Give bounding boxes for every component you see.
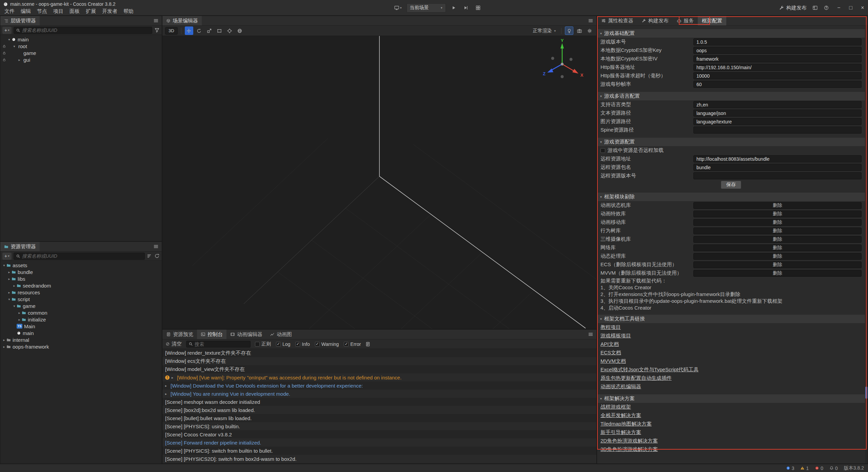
lighting-toggle-button[interactable] [565, 26, 573, 35]
link-战棋游戏框架[interactable]: 战棋游戏框架 [600, 404, 631, 410]
menu-item-节点[interactable]: 节点 [34, 7, 50, 15]
log-row[interactable]: [Scene] Cocos Creator v3.8.2 [162, 430, 596, 438]
coordinate-toggle-button[interactable] [236, 26, 244, 35]
log-row[interactable]: [Scene] Forward render pipeline initiali… [162, 438, 596, 447]
add-asset-button[interactable]: +▾ [2, 253, 12, 260]
console-search-input[interactable] [195, 341, 248, 347]
module-delete-button[interactable]: 删除 [693, 253, 862, 260]
inspector-scrollbar[interactable] [865, 26, 868, 464]
module-delete-button[interactable]: 删除 [693, 261, 862, 268]
link-2D角色扮演游戏解决方案[interactable]: 2D角色扮演游戏解决方案 [600, 438, 658, 444]
caret-closed-icon[interactable]: ▸ [17, 311, 22, 315]
layout-grid-button[interactable] [474, 3, 482, 12]
caret-closed-icon[interactable]: ▸ [2, 338, 6, 342]
link-动画状态机编辑器[interactable]: 动画状态机编辑器 [600, 383, 641, 390]
expand-caret-icon[interactable]: ▸ [165, 392, 169, 396]
assets-search-input[interactable] [22, 253, 142, 259]
checkbox-icon[interactable]: ✓ [315, 342, 320, 347]
field-input-支持语言类型[interactable] [693, 101, 862, 108]
play-button[interactable] [449, 3, 458, 12]
field-input-远程资源包名[interactable] [693, 164, 862, 171]
tree-row[interactable]: ▾game [0, 302, 162, 309]
pivot-toggle-button[interactable] [225, 26, 234, 35]
tree-row[interactable]: ▾assets [0, 262, 162, 269]
tree-row[interactable]: TSMain [0, 323, 162, 330]
caret-closed-icon[interactable]: ▸ [7, 270, 12, 274]
hierarchy-tab[interactable]: 层级管理器 [0, 16, 40, 25]
hierarchy-search-input[interactable] [22, 27, 150, 33]
tree-row[interactable]: ▸bundle [0, 269, 162, 275]
link-Tiledmap地图解决方案[interactable]: Tiledmap地图解决方案 [600, 421, 652, 427]
caret-closed-icon[interactable]: ▸ [2, 345, 6, 349]
checkbox-icon[interactable] [600, 148, 605, 153]
caret-open-icon[interactable]: ▾ [7, 38, 12, 41]
axis-gizmo[interactable]: Y X Z [537, 39, 588, 90]
section-header-游戏资源配置[interactable]: ▾游戏资源配置 [597, 138, 865, 146]
field-input-远程资源地址[interactable] [693, 155, 862, 162]
tree-row[interactable]: ▸initialize [0, 316, 162, 323]
field-input-Http服务器地址[interactable] [693, 64, 862, 71]
console-tab-控制台[interactable]: 控制台 [197, 330, 226, 339]
scene-tab[interactable]: 场景编辑器 [162, 16, 202, 25]
error-count[interactable]: 0 [815, 466, 823, 471]
module-delete-button[interactable]: 删除 [693, 244, 862, 251]
scene-select[interactable]: 当前场景 ▾ [407, 3, 446, 13]
menu-item-文件[interactable]: 文件 [1, 7, 18, 15]
module-delete-button[interactable]: 删除 [693, 211, 862, 217]
link-游戏模板项目[interactable]: 游戏模板项目 [600, 333, 631, 339]
log-row[interactable]: !▸[Window] [Vue warn]: Property "onInput… [162, 373, 596, 381]
warning-count[interactable]: 1 [800, 466, 809, 471]
assets-searchbox[interactable] [14, 253, 145, 260]
tree-row[interactable]: ▸common [0, 309, 162, 316]
field-input-文本资源路径[interactable] [693, 110, 862, 117]
console-searchbox[interactable] [186, 341, 251, 348]
scrollbar-thumb[interactable] [865, 387, 867, 399]
log-row[interactable]: [Scene] [bullet]:bullet wasm lib loaded. [162, 414, 596, 422]
field-input-本地数据CryptoES加密IV[interactable] [693, 55, 862, 62]
field-input-远程资源版本号[interactable] [693, 172, 862, 179]
notification-count[interactable]: 0 [829, 466, 838, 471]
inspector-tab-属性检查器[interactable]: 属性检查器 [597, 16, 637, 25]
console-tab-资源预览[interactable]: 资源预览 [162, 330, 197, 339]
link-API文档[interactable]: API文档 [600, 341, 619, 348]
inspector-tab-服务[interactable]: 服务 [673, 16, 698, 25]
section-header-游戏多语言配置[interactable]: ▾游戏多语言配置 [597, 92, 865, 100]
field-input-本地数据CryptoES加密Key[interactable] [693, 47, 862, 54]
maximize-button[interactable]: □ [848, 5, 853, 11]
filter-Log[interactable]: ✓Log [276, 341, 290, 347]
section-header-框架文档工具链接[interactable]: ▾框架文档工具链接 [597, 315, 865, 323]
caret-open-icon[interactable]: ▾ [2, 263, 6, 267]
module-delete-button[interactable]: 删除 [693, 219, 862, 226]
preview-platform-button[interactable]: ▾ [393, 3, 403, 12]
assets-menu-icon[interactable] [153, 244, 159, 249]
hierarchy-searchbox[interactable] [14, 27, 152, 34]
log-row[interactable]: [Window] model_view文件夹不存在 [162, 365, 596, 373]
caret-closed-icon[interactable]: ▸ [12, 284, 17, 288]
section-header-框架模块剔除[interactable]: ▾框架模块剔除 [597, 193, 865, 201]
scene-menu-icon[interactable] [588, 18, 593, 23]
module-delete-button[interactable]: 删除 [693, 202, 862, 209]
inspector-tab-框架配置[interactable]: 框架配置 [698, 16, 726, 25]
tree-row[interactable]: ▸internal [0, 336, 162, 343]
checkbox-icon[interactable]: ✓ [276, 342, 281, 347]
tree-row[interactable]: ▸resources [0, 289, 162, 296]
move-tool-button[interactable] [185, 26, 193, 35]
inspector-tab-构建发布[interactable]: 构建发布 [637, 16, 673, 25]
caret-open-icon[interactable]: ▾ [12, 304, 17, 308]
menu-item-帮助[interactable]: 帮助 [120, 7, 137, 15]
log-row[interactable]: [Window] render_texture文件夹不存在 [162, 349, 596, 357]
log-row[interactable]: [Scene] meshopt wasm decoder initialized [162, 398, 596, 406]
link-教程项目[interactable]: 教程项目 [600, 324, 621, 331]
filter-Error[interactable]: ✓Error [344, 341, 361, 347]
message-count[interactable]: 3 [786, 466, 794, 471]
log-row[interactable]: [Scene] [PHYSICS2D]: switch from box2d-w… [162, 455, 596, 463]
tree-row[interactable]: ▸gui [0, 56, 162, 63]
hierarchy-menu-icon[interactable] [153, 18, 159, 23]
field-input-Spine资源路径[interactable] [693, 126, 862, 134]
render-mode-select[interactable]: 正常渲染 ▾ [531, 28, 558, 34]
caret-closed-icon[interactable]: ▸ [7, 291, 12, 294]
link-Excel格式转Json文件与TypeScript代码工具[interactable]: Excel格式转Json文件与TypeScript代码工具 [600, 367, 698, 373]
link-新手引导解决方案[interactable]: 新手引导解决方案 [600, 429, 641, 436]
log-row[interactable]: ▸[Window] You are running Vue in develop… [162, 390, 596, 398]
camera-settings-button[interactable] [575, 26, 584, 35]
